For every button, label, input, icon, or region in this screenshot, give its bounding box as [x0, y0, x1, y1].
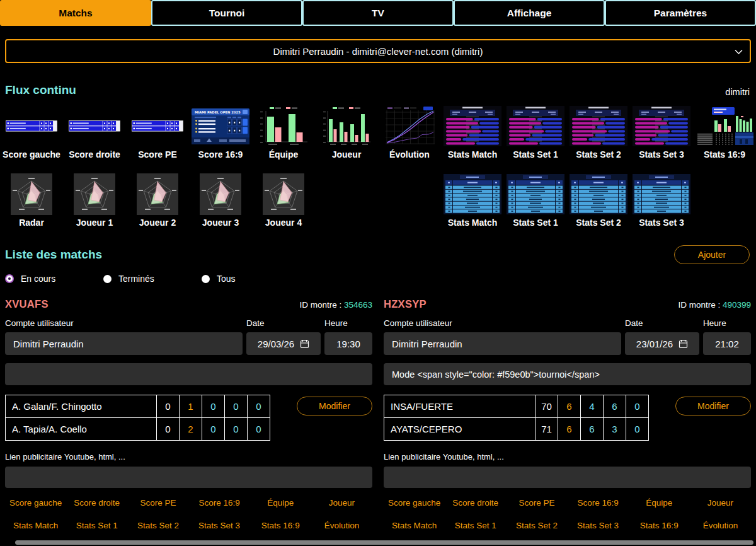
- output-links: Score gaucheScore droiteScore PEScore 16…: [5, 498, 372, 530]
- modifier-button[interactable]: Modifier: [297, 397, 372, 415]
- flux-item-joueur-1[interactable]: Joueur 1: [63, 173, 126, 228]
- radio-selected-icon[interactable]: [5, 274, 14, 283]
- flux-item-score-gauche[interactable]: Score gauche: [0, 105, 63, 160]
- ajouter-button[interactable]: Ajouter: [674, 245, 750, 264]
- link-stats-set-3[interactable]: Stats Set 3: [188, 521, 249, 530]
- joueur-1-thumbnail-icon: [74, 173, 115, 215]
- flux-item-evolution[interactable]: Évolution: [378, 105, 441, 160]
- flux-item-joueur-4[interactable]: Joueur 4: [252, 173, 315, 228]
- link-score-gauche[interactable]: Score gauche: [384, 498, 445, 508]
- score-cell[interactable]: 0: [225, 395, 248, 418]
- link-stats-set-1[interactable]: Stats Set 1: [66, 521, 127, 530]
- link-score-droite[interactable]: Score droite: [445, 498, 506, 508]
- thumbnail-label: Joueur 4: [265, 218, 302, 228]
- score-cell[interactable]: 6: [558, 395, 581, 418]
- flux-item-stats-set-2[interactable]: Stats Set 2: [567, 173, 630, 228]
- score-cell[interactable]: 6: [604, 395, 626, 418]
- mode-input[interactable]: [5, 363, 372, 385]
- score-cell[interactable]: 4: [581, 395, 604, 418]
- link-score-droite[interactable]: Score droite: [66, 498, 127, 508]
- tab-affichage[interactable]: Affichage: [454, 0, 605, 26]
- filter-termines[interactable]: Terminés: [103, 274, 202, 284]
- flux-header: Flux continu dimitri: [5, 83, 750, 97]
- link-stats-16-9[interactable]: Stats 16:9: [250, 521, 311, 530]
- link-score-16-9[interactable]: Score 16:9: [188, 498, 249, 508]
- flux-item-stats-set-1[interactable]: Stats Set 1: [504, 173, 567, 228]
- link-score-16-9[interactable]: Score 16:9: [567, 498, 628, 508]
- heure-input[interactable]: 19:30: [324, 332, 372, 355]
- link-stats-set-2[interactable]: Stats Set 2: [127, 521, 188, 530]
- link-score-pe[interactable]: Score PE: [127, 498, 188, 508]
- link-stats-set-2[interactable]: Stats Set 2: [506, 521, 567, 530]
- link-equipe[interactable]: Équipe: [250, 498, 311, 508]
- lien-publicitaire-input[interactable]: [5, 467, 372, 488]
- score-cell[interactable]: 0: [626, 395, 649, 418]
- flux-item-joueur-2[interactable]: Joueur 2: [126, 173, 189, 228]
- lien-publicitaire-label: Lien publicitaire Youtube, html, ...: [5, 452, 372, 462]
- flux-item-stats-match[interactable]: Stats Match: [441, 105, 504, 160]
- filter-en-cours[interactable]: En cours: [5, 274, 103, 284]
- link-stats-set-1[interactable]: Stats Set 1: [445, 521, 506, 530]
- horizontal-scrollbar[interactable]: [15, 540, 753, 545]
- tab-tournoi[interactable]: Tournoi: [151, 0, 302, 26]
- link-stats-set-3[interactable]: Stats Set 3: [567, 521, 628, 530]
- radio-unselected-icon[interactable]: [202, 275, 210, 283]
- flux-item-stats-set-1[interactable]: Stats Set 1: [504, 105, 567, 160]
- score-cell[interactable]: 0: [202, 395, 225, 418]
- link-evolution[interactable]: Évolution: [311, 521, 372, 530]
- score-cell[interactable]: 71: [536, 418, 558, 441]
- flux-item-joueur-3[interactable]: Joueur 3: [189, 173, 252, 228]
- score-cell[interactable]: 0: [248, 395, 270, 418]
- score-cell[interactable]: 0: [157, 395, 180, 418]
- flux-item-stats-16-9[interactable]: Stats 16:9: [693, 105, 756, 160]
- thumbnail-label: Stats Set 2: [576, 149, 621, 160]
- radio-unselected-icon[interactable]: [103, 275, 112, 283]
- date-input[interactable]: 29/03/26: [246, 332, 321, 355]
- link-evolution[interactable]: Évolution: [690, 521, 751, 530]
- flux-item-stats-match[interactable]: Stats Match: [441, 173, 504, 228]
- score-cell[interactable]: 1: [180, 395, 202, 418]
- flux-item-equipe[interactable]: Équipe: [252, 105, 315, 160]
- tab-matchs[interactable]: Matchs: [0, 0, 151, 26]
- filter-tous[interactable]: Tous: [202, 274, 300, 284]
- link-joueur[interactable]: Joueur: [311, 498, 372, 508]
- date-input[interactable]: 23/01/26: [625, 332, 699, 355]
- account-select[interactable]: Dimitri Perraudin - dimitri@clever-net.c…: [5, 39, 751, 63]
- flux-item-radar[interactable]: Radar: [0, 173, 63, 228]
- tab-parametres[interactable]: Paramètres: [605, 0, 756, 26]
- lien-publicitaire-input[interactable]: [384, 467, 751, 488]
- link-stats-16-9[interactable]: Stats 16:9: [629, 521, 690, 530]
- modifier-button[interactable]: Modifier: [675, 397, 751, 415]
- score-cell[interactable]: 70: [536, 395, 558, 418]
- stats-match-thumbnail-icon: [444, 105, 501, 147]
- flux-item-stats-set-2[interactable]: Stats Set 2: [567, 105, 630, 160]
- flux-item-stats-set-3[interactable]: Stats Set 3: [630, 173, 693, 228]
- link-score-pe[interactable]: Score PE: [506, 498, 567, 508]
- flux-item-score-16-9[interactable]: MIAMI PADEL OPEN 2025Score 16:9: [189, 105, 252, 160]
- flux-item-score-droite[interactable]: Score droite: [63, 105, 126, 160]
- link-joueur[interactable]: Joueur: [690, 498, 751, 508]
- tab-tv[interactable]: TV: [302, 0, 454, 26]
- link-stats-match[interactable]: Stats Match: [5, 521, 66, 530]
- score-cell[interactable]: 0: [202, 418, 225, 441]
- compte-utilisateur-input[interactable]: Dimitri Perraudin: [5, 332, 243, 355]
- mode-input[interactable]: Mode <span style="color: #f59e0b">tourno…: [384, 363, 751, 385]
- score-cell[interactable]: 3: [604, 418, 626, 441]
- score-cell[interactable]: 6: [581, 418, 604, 441]
- compte-utilisateur-input[interactable]: Dimitri Perraudin: [384, 332, 621, 355]
- flux-item-stats-set-3[interactable]: Stats Set 3: [630, 105, 693, 160]
- score-cell[interactable]: 0: [626, 418, 649, 441]
- score-cell[interactable]: 0: [157, 418, 180, 441]
- score-cell[interactable]: 2: [180, 418, 202, 441]
- score-cell[interactable]: 6: [558, 418, 581, 441]
- thumbnail-label: Stats Set 1: [513, 149, 558, 160]
- score-cell[interactable]: 0: [225, 418, 248, 441]
- heure-input[interactable]: 21:02: [703, 332, 751, 355]
- flux-item-joueur[interactable]: Joueur: [315, 105, 378, 160]
- score-cell[interactable]: 0: [248, 418, 270, 441]
- link-equipe[interactable]: Équipe: [629, 498, 690, 508]
- link-score-gauche[interactable]: Score gauche: [5, 498, 66, 508]
- flux-item-score-pe[interactable]: Score PE: [126, 105, 189, 160]
- stats-set-2-thumbnail-icon: [570, 105, 627, 147]
- link-stats-match[interactable]: Stats Match: [384, 521, 445, 530]
